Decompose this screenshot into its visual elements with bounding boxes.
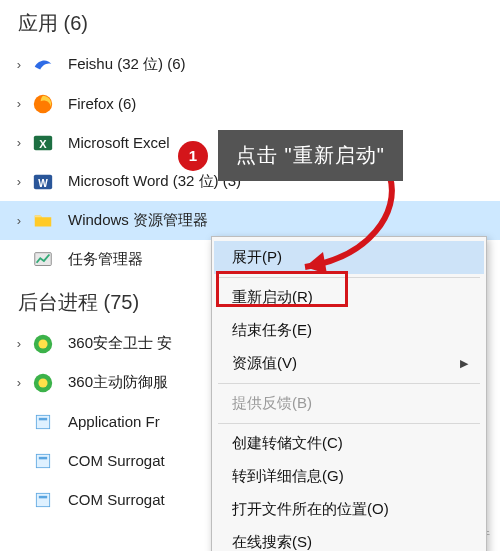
annotation: 1 点击 "重新启动" xyxy=(178,130,403,181)
submenu-arrow-icon: ▶ xyxy=(460,357,468,370)
chevron-right-icon: › xyxy=(6,174,32,189)
svg-rect-14 xyxy=(36,493,49,506)
row-label: COM Surrogat xyxy=(68,452,165,469)
svg-rect-15 xyxy=(39,495,47,498)
feishu-icon xyxy=(32,54,54,76)
row-label: COM Surrogat xyxy=(68,491,165,508)
list-item[interactable]: › Feishu (32 位) (6) xyxy=(0,45,500,84)
chevron-right-icon: › xyxy=(6,96,32,111)
row-label: Firefox (6) xyxy=(68,95,136,112)
menu-end-task[interactable]: 结束任务(E) xyxy=(214,314,484,347)
row-label: 360主动防御服 xyxy=(68,373,168,392)
menu-resource-values[interactable]: 资源值(V) ▶ xyxy=(214,347,484,380)
svg-text:W: W xyxy=(38,177,48,188)
menu-search-online[interactable]: 在线搜索(S) xyxy=(214,526,484,551)
list-item-selected[interactable]: › Windows 资源管理器 xyxy=(0,201,500,240)
360-safe-icon xyxy=(32,333,54,355)
annotation-badge: 1 xyxy=(178,141,208,171)
process-icon xyxy=(32,489,54,511)
menu-go-to-details[interactable]: 转到详细信息(G) xyxy=(214,460,484,493)
menu-separator xyxy=(218,277,480,278)
annotation-tooltip: 点击 "重新启动" xyxy=(218,130,403,181)
word-icon: W xyxy=(32,171,54,193)
menu-separator xyxy=(218,383,480,384)
process-icon xyxy=(32,450,54,472)
360-defense-icon xyxy=(32,372,54,394)
chevron-right-icon: › xyxy=(6,213,32,228)
row-label: Feishu (32 位) (6) xyxy=(68,55,186,74)
svg-point-9 xyxy=(38,378,47,387)
svg-rect-11 xyxy=(39,417,47,420)
section-header-apps: 应用 (6) xyxy=(0,0,500,45)
svg-rect-13 xyxy=(39,456,47,459)
firefox-icon xyxy=(32,93,54,115)
menu-label: 资源值(V) xyxy=(232,354,297,371)
row-label: Windows 资源管理器 xyxy=(68,211,208,230)
menu-restart[interactable]: 重新启动(R) xyxy=(214,281,484,314)
svg-rect-10 xyxy=(36,415,49,428)
process-icon xyxy=(32,411,54,433)
menu-create-dump[interactable]: 创建转储文件(C) xyxy=(214,427,484,460)
context-menu: 展开(P) 重新启动(R) 结束任务(E) 资源值(V) ▶ 提供反馈(B) 创… xyxy=(211,236,487,551)
row-label: Microsoft Excel xyxy=(68,134,170,151)
menu-open-file-location[interactable]: 打开文件所在的位置(O) xyxy=(214,493,484,526)
menu-expand[interactable]: 展开(P) xyxy=(214,241,484,274)
task-manager-icon xyxy=(32,249,54,271)
menu-separator xyxy=(218,423,480,424)
row-label: 任务管理器 xyxy=(68,250,143,269)
menu-feedback: 提供反馈(B) xyxy=(214,387,484,420)
svg-rect-12 xyxy=(36,454,49,467)
row-label: 360安全卫士 安 xyxy=(68,334,172,353)
row-label: Application Fr xyxy=(68,413,160,430)
list-item[interactable]: › Firefox (6) xyxy=(0,84,500,123)
chevron-right-icon: › xyxy=(6,57,32,72)
excel-icon: X xyxy=(32,132,54,154)
svg-text:X: X xyxy=(39,137,47,149)
chevron-right-icon: › xyxy=(6,375,32,390)
file-explorer-icon xyxy=(32,210,54,232)
chevron-right-icon: › xyxy=(6,135,32,150)
chevron-right-icon: › xyxy=(6,336,32,351)
svg-point-7 xyxy=(38,339,47,348)
